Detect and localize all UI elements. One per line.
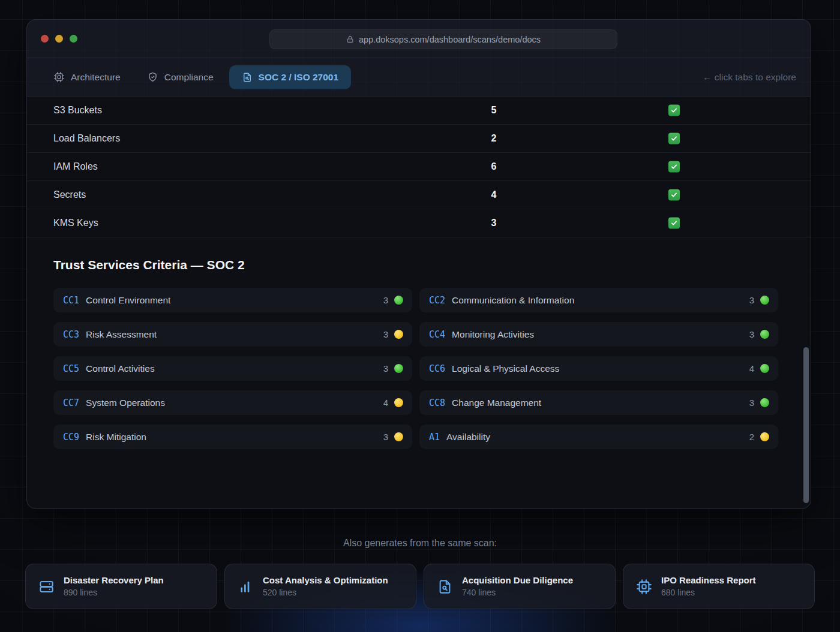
maximize-window-button[interactable] [70, 35, 77, 43]
criteria-label: Control Environment [86, 295, 170, 306]
check-icon [668, 189, 680, 201]
card-title: Disaster Recovery Plan [64, 574, 164, 587]
table-row: KMS Keys 3 [27, 209, 811, 237]
section-heading: Trust Services Criteria — SOC 2 [53, 258, 811, 272]
resource-count: 5 [482, 105, 506, 116]
status-dot-icon [394, 364, 403, 373]
scrollbar-thumb[interactable] [803, 347, 809, 503]
file-search-icon [242, 72, 253, 83]
criteria-label: Availability [446, 432, 490, 443]
browser-window: app.doksops.com/dashboard/scans/demo/doc… [26, 19, 811, 509]
cpu-icon [53, 71, 65, 83]
criteria-count: 3 [383, 329, 388, 339]
criteria-label: Risk Assessment [86, 329, 157, 340]
card-disaster-recovery-plan[interactable]: Disaster Recovery Plan 890 lines [25, 564, 217, 609]
footer-cards: Disaster Recovery Plan 890 lines Cost An… [25, 564, 815, 609]
criteria-label: Control Activities [86, 363, 155, 374]
card-lines: 890 lines [64, 587, 164, 599]
criteria-count: 3 [749, 295, 754, 305]
tab-bar: Architecture Compliance SOC 2 / ISO 2700… [27, 58, 811, 97]
criteria-label: Communication & Information [452, 295, 574, 306]
criteria-count: 3 [383, 432, 388, 442]
tab-architecture[interactable]: Architecture [53, 71, 121, 83]
browser-header: app.doksops.com/dashboard/scans/demo/doc… [27, 20, 811, 58]
check-icon [668, 133, 680, 145]
criteria-code: A1 [429, 432, 440, 443]
card-ipo-readiness-report[interactable]: IPO Readiness Report 680 lines [623, 564, 815, 609]
cpu-icon [636, 579, 652, 595]
status-dot-icon [760, 330, 769, 339]
criteria-count: 3 [383, 363, 388, 374]
card-title: Acquisition Due Diligence [462, 574, 573, 587]
criteria-count: 2 [749, 432, 754, 442]
criteria-card-cc6: CC6 Logical & Physical Access 4 [419, 356, 778, 381]
criteria-label: Logical & Physical Access [452, 363, 559, 374]
table-row: IAM Roles 6 [27, 153, 811, 181]
status-dot-icon [760, 296, 769, 305]
criteria-card-cc7: CC7 System Operations 4 [53, 390, 412, 415]
criteria-count: 4 [383, 398, 388, 408]
resource-label: S3 Buckets [53, 105, 102, 116]
criteria-code: CC7 [63, 398, 79, 408]
lock-icon [346, 35, 354, 43]
url-text: app.doksops.com/dashboard/scans/demo/doc… [359, 35, 541, 44]
criteria-code: CC8 [429, 398, 445, 408]
status-dot-icon [394, 432, 403, 441]
document-content: S3 Buckets 5 Load Balancers 2 IAM Roles … [27, 97, 811, 509]
resource-label: Secrets [53, 189, 86, 200]
criteria-count: 3 [383, 295, 388, 305]
card-title: IPO Readiness Report [661, 574, 756, 587]
table-row: S3 Buckets 5 [27, 97, 811, 125]
criteria-card-cc8: CC8 Change Management 3 [419, 390, 778, 415]
tab-soc2-iso27001[interactable]: SOC 2 / ISO 27001 [229, 65, 352, 89]
resource-count: 3 [482, 218, 506, 228]
criteria-code: CC1 [63, 295, 79, 306]
card-title: Cost Analysis & Optimization [263, 574, 388, 587]
table-row: Secrets 4 [27, 181, 811, 209]
criteria-card-cc3: CC3 Risk Assessment 3 [53, 322, 412, 347]
traffic-lights [27, 35, 77, 43]
server-icon [38, 579, 55, 595]
criteria-card-a1: A1 Availability 2 [419, 425, 778, 449]
resource-label: KMS Keys [53, 218, 98, 228]
tabs-hint-text: ← click tabs to explore [703, 72, 796, 83]
resource-count: 4 [482, 189, 506, 200]
criteria-label: Change Management [452, 398, 541, 408]
criteria-count: 4 [749, 363, 754, 374]
criteria-code: CC6 [429, 363, 445, 374]
check-icon [668, 161, 680, 173]
check-icon [668, 105, 680, 116]
card-lines: 680 lines [661, 587, 756, 599]
criteria-card-cc9: CC9 Risk Mitigation 3 [53, 425, 412, 449]
status-dot-icon [394, 296, 403, 305]
footer-heading: Also generates from the same scan: [0, 538, 840, 549]
card-acquisition-due-diligence[interactable]: Acquisition Due Diligence 740 lines [424, 564, 616, 609]
status-dot-icon [394, 330, 403, 339]
criteria-card-cc5: CC5 Control Activities 3 [53, 356, 412, 381]
tab-label: SOC 2 / ISO 27001 [259, 72, 339, 83]
criteria-code: CC9 [63, 432, 79, 443]
resource-label: Load Balancers [53, 133, 120, 144]
bar-chart-icon [238, 579, 254, 595]
criteria-code: CC2 [429, 295, 445, 306]
criteria-count: 3 [749, 398, 754, 408]
file-search-icon [437, 579, 453, 595]
close-window-button[interactable] [41, 35, 49, 43]
criteria-code: CC5 [63, 363, 79, 374]
criteria-card-cc2: CC2 Communication & Information 3 [419, 288, 778, 312]
criteria-code: CC4 [429, 329, 445, 340]
tab-compliance[interactable]: Compliance [147, 71, 214, 83]
card-lines: 740 lines [462, 587, 573, 599]
shield-check-icon [147, 71, 158, 83]
status-dot-icon [760, 398, 769, 407]
status-dot-icon [394, 398, 403, 407]
address-bar[interactable]: app.doksops.com/dashboard/scans/demo/doc… [269, 29, 617, 49]
criteria-label: Monitoring Activities [452, 329, 534, 340]
criteria-card-cc1: CC1 Control Environment 3 [53, 288, 412, 312]
check-icon [668, 218, 680, 229]
card-cost-analysis[interactable]: Cost Analysis & Optimization 520 lines [224, 564, 416, 609]
resource-count: 6 [482, 161, 506, 172]
minimize-window-button[interactable] [55, 35, 63, 43]
tab-label: Compliance [164, 72, 214, 83]
resource-count: 2 [482, 133, 506, 144]
